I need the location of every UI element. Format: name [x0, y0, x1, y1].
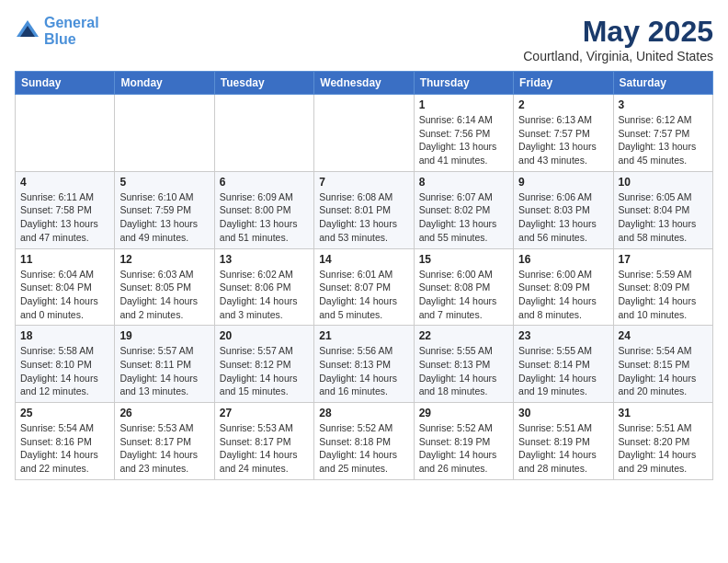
day-cell: 4Sunrise: 6:11 AM Sunset: 7:58 PM Daylig…: [16, 171, 115, 248]
day-cell: 16Sunrise: 6:00 AM Sunset: 8:09 PM Dayli…: [514, 248, 613, 326]
day-info: Sunrise: 5:57 AM Sunset: 8:11 PM Dayligh…: [119, 344, 209, 398]
day-cell: [214, 95, 313, 172]
day-cell: 14Sunrise: 6:01 AM Sunset: 8:07 PM Dayli…: [314, 248, 414, 326]
day-cell: 8Sunrise: 6:07 AM Sunset: 8:02 PM Daylig…: [414, 171, 513, 248]
day-number: 18: [20, 329, 109, 342]
day-info: Sunrise: 5:57 AM Sunset: 8:12 PM Dayligh…: [220, 344, 309, 398]
day-number: 20: [220, 329, 309, 342]
day-cell: 21Sunrise: 5:56 AM Sunset: 8:13 PM Dayli…: [314, 326, 414, 403]
day-number: 11: [20, 253, 109, 266]
day-cell: 17Sunrise: 5:59 AM Sunset: 8:09 PM Dayli…: [613, 248, 712, 326]
week-row-4: 18Sunrise: 5:58 AM Sunset: 8:10 PM Dayli…: [16, 326, 713, 403]
calendar-table: SundayMondayTuesdayWednesdayThursdayFrid…: [15, 71, 713, 480]
day-cell: 25Sunrise: 5:54 AM Sunset: 8:16 PM Dayli…: [16, 403, 115, 480]
day-info: Sunrise: 5:55 AM Sunset: 8:13 PM Dayligh…: [419, 344, 508, 398]
day-cell: [115, 95, 214, 172]
day-cell: 27Sunrise: 5:53 AM Sunset: 8:17 PM Dayli…: [214, 403, 313, 480]
day-header-tuesday: Tuesday: [214, 72, 313, 95]
day-info: Sunrise: 5:53 AM Sunset: 8:17 PM Dayligh…: [119, 421, 209, 476]
day-cell: 26Sunrise: 5:53 AM Sunset: 8:17 PM Dayli…: [115, 403, 214, 480]
day-number: 10: [619, 176, 708, 189]
day-number: 25: [20, 407, 109, 419]
day-cell: 28Sunrise: 5:52 AM Sunset: 8:18 PM Dayli…: [314, 403, 414, 480]
day-number: 5: [119, 176, 209, 189]
day-info: Sunrise: 5:58 AM Sunset: 8:10 PM Dayligh…: [20, 344, 109, 398]
day-info: Sunrise: 6:13 AM Sunset: 7:57 PM Dayligh…: [518, 113, 608, 167]
day-info: Sunrise: 6:04 AM Sunset: 8:04 PM Dayligh…: [20, 268, 109, 322]
page-header: General Blue May 2025 Courtland, Virgini…: [15, 15, 713, 63]
day-cell: 3Sunrise: 6:12 AM Sunset: 7:57 PM Daylig…: [613, 95, 712, 172]
day-header-saturday: Saturday: [613, 72, 712, 95]
day-number: 4: [20, 176, 109, 189]
day-info: Sunrise: 5:52 AM Sunset: 8:18 PM Dayligh…: [319, 421, 408, 476]
day-number: 3: [619, 98, 708, 111]
day-header-wednesday: Wednesday: [314, 72, 414, 95]
day-info: Sunrise: 6:05 AM Sunset: 8:04 PM Dayligh…: [619, 190, 708, 245]
subtitle: Courtland, Virginia, United States: [523, 49, 713, 63]
day-info: Sunrise: 5:54 AM Sunset: 8:15 PM Dayligh…: [619, 344, 708, 398]
day-info: Sunrise: 6:07 AM Sunset: 8:02 PM Dayligh…: [419, 190, 508, 245]
day-info: Sunrise: 5:56 AM Sunset: 8:13 PM Dayligh…: [319, 344, 408, 398]
day-number: 21: [319, 329, 408, 342]
day-info: Sunrise: 5:51 AM Sunset: 8:20 PM Dayligh…: [619, 421, 708, 476]
day-number: 8: [419, 176, 508, 189]
day-info: Sunrise: 6:03 AM Sunset: 8:05 PM Dayligh…: [119, 268, 209, 322]
day-cell: 23Sunrise: 5:55 AM Sunset: 8:14 PM Dayli…: [514, 326, 613, 403]
week-row-1: 1Sunrise: 6:14 AM Sunset: 7:56 PM Daylig…: [16, 95, 713, 172]
day-number: 1: [419, 98, 508, 111]
day-number: 16: [518, 253, 608, 266]
day-info: Sunrise: 6:10 AM Sunset: 7:59 PM Dayligh…: [119, 190, 209, 245]
day-number: 29: [419, 407, 508, 419]
day-header-sunday: Sunday: [16, 72, 115, 95]
day-cell: 30Sunrise: 5:51 AM Sunset: 8:19 PM Dayli…: [514, 403, 613, 480]
main-title: May 2025: [523, 15, 713, 49]
day-header-thursday: Thursday: [414, 72, 513, 95]
day-cell: 31Sunrise: 5:51 AM Sunset: 8:20 PM Dayli…: [613, 403, 712, 480]
day-info: Sunrise: 6:11 AM Sunset: 7:58 PM Dayligh…: [20, 190, 109, 245]
day-info: Sunrise: 5:51 AM Sunset: 8:19 PM Dayligh…: [518, 421, 608, 476]
day-cell: 6Sunrise: 6:09 AM Sunset: 8:00 PM Daylig…: [214, 171, 313, 248]
day-info: Sunrise: 6:08 AM Sunset: 8:01 PM Dayligh…: [319, 190, 408, 245]
day-cell: 13Sunrise: 6:02 AM Sunset: 8:06 PM Dayli…: [214, 248, 313, 326]
logo-text: General Blue: [44, 15, 99, 47]
day-number: 31: [619, 407, 708, 419]
logo-general: General: [44, 15, 99, 30]
day-info: Sunrise: 6:06 AM Sunset: 8:03 PM Dayligh…: [518, 190, 608, 245]
day-number: 30: [518, 407, 608, 419]
header-row: SundayMondayTuesdayWednesdayThursdayFrid…: [16, 72, 713, 95]
day-number: 14: [319, 253, 408, 266]
day-cell: [16, 95, 115, 172]
day-cell: 24Sunrise: 5:54 AM Sunset: 8:15 PM Dayli…: [613, 326, 712, 403]
day-info: Sunrise: 6:00 AM Sunset: 8:09 PM Dayligh…: [518, 268, 608, 322]
day-cell: 29Sunrise: 5:52 AM Sunset: 8:19 PM Dayli…: [414, 403, 513, 480]
title-block: May 2025 Courtland, Virginia, United Sta…: [523, 15, 713, 63]
day-number: 17: [619, 253, 708, 266]
logo: General Blue: [15, 15, 99, 47]
day-header-friday: Friday: [514, 72, 613, 95]
day-number: 28: [319, 407, 408, 419]
day-info: Sunrise: 6:09 AM Sunset: 8:00 PM Dayligh…: [220, 190, 309, 245]
day-number: 2: [518, 98, 608, 111]
day-info: Sunrise: 5:53 AM Sunset: 8:17 PM Dayligh…: [220, 421, 309, 476]
day-info: Sunrise: 6:00 AM Sunset: 8:08 PM Dayligh…: [419, 268, 508, 322]
day-number: 27: [220, 407, 309, 419]
day-cell: 7Sunrise: 6:08 AM Sunset: 8:01 PM Daylig…: [314, 171, 414, 248]
day-info: Sunrise: 5:59 AM Sunset: 8:09 PM Dayligh…: [619, 268, 708, 322]
day-number: 12: [119, 253, 209, 266]
day-cell: 1Sunrise: 6:14 AM Sunset: 7:56 PM Daylig…: [414, 95, 513, 172]
logo-blue: Blue: [44, 31, 76, 47]
day-cell: 5Sunrise: 6:10 AM Sunset: 7:59 PM Daylig…: [115, 171, 214, 248]
day-cell: 15Sunrise: 6:00 AM Sunset: 8:08 PM Dayli…: [414, 248, 513, 326]
day-cell: [314, 95, 414, 172]
day-cell: 22Sunrise: 5:55 AM Sunset: 8:13 PM Dayli…: [414, 326, 513, 403]
day-number: 6: [220, 176, 309, 189]
day-number: 15: [419, 253, 508, 266]
day-info: Sunrise: 6:02 AM Sunset: 8:06 PM Dayligh…: [220, 268, 309, 322]
day-info: Sunrise: 5:55 AM Sunset: 8:14 PM Dayligh…: [518, 344, 608, 398]
day-cell: 9Sunrise: 6:06 AM Sunset: 8:03 PM Daylig…: [514, 171, 613, 248]
day-number: 22: [419, 329, 508, 342]
day-header-monday: Monday: [115, 72, 214, 95]
day-info: Sunrise: 6:14 AM Sunset: 7:56 PM Dayligh…: [419, 113, 508, 167]
day-cell: 12Sunrise: 6:03 AM Sunset: 8:05 PM Dayli…: [115, 248, 214, 326]
day-info: Sunrise: 5:54 AM Sunset: 8:16 PM Dayligh…: [20, 421, 109, 476]
